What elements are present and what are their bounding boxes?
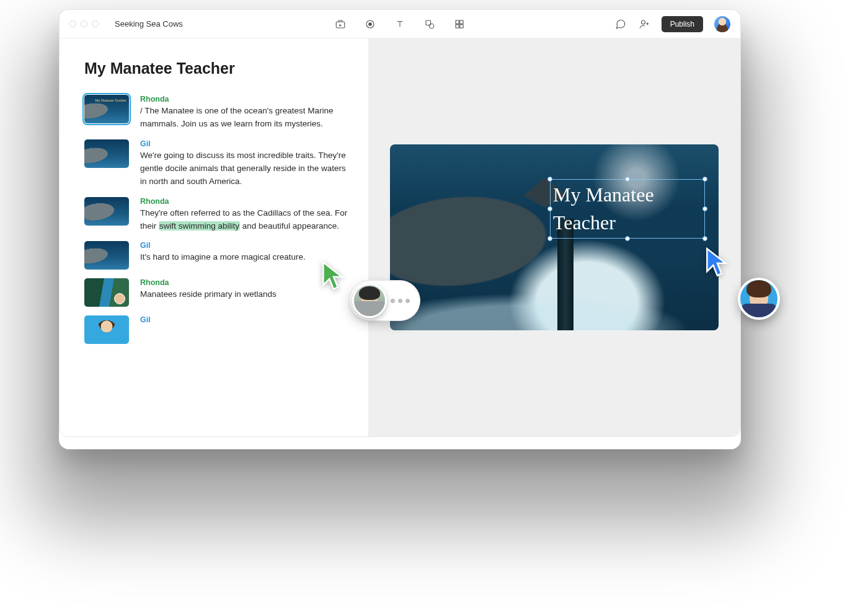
svg-rect-7: [456, 24, 459, 27]
typing-indicator-icon: [391, 299, 412, 303]
script-pane: My Manatee Teacher My Manatee Teacher Rh…: [60, 38, 368, 436]
speaker-label: Rhonda: [140, 278, 350, 287]
traffic-close[interactable]: [69, 20, 76, 27]
svg-point-2: [369, 22, 372, 25]
title-text-box[interactable]: My Manatee Teacher: [550, 179, 705, 239]
shapes-icon[interactable]: [423, 18, 436, 30]
collaborator-pill-green[interactable]: [349, 280, 420, 321]
speaker-label: Gil: [140, 139, 350, 148]
publish-button[interactable]: Publish: [662, 16, 703, 32]
scene-thumbnail[interactable]: [84, 197, 129, 226]
document-title[interactable]: Seeking Sea Cows: [115, 19, 183, 29]
scene-text[interactable]: Gil: [140, 315, 350, 344]
media-library-icon[interactable]: [334, 18, 347, 30]
preview-pane: My Manatee Teacher: [368, 38, 740, 436]
scene-text[interactable]: Rhonda / The Manatee is one of the ocean…: [140, 95, 350, 131]
resize-handle[interactable]: [702, 236, 707, 241]
text-tool-icon[interactable]: [394, 18, 406, 30]
transcript-line[interactable]: Manatees reside primary in wetlands: [140, 288, 350, 301]
scene-thumbnail[interactable]: [84, 139, 129, 168]
transcript-line[interactable]: / The Manatee is one of the ocean's grea…: [140, 105, 350, 131]
scene-thumbnail[interactable]: [84, 278, 129, 307]
scene-text[interactable]: Rhonda They're often referred to as the …: [140, 197, 350, 233]
scene-text[interactable]: Gil It's hard to imagine a more magical …: [140, 241, 350, 270]
speaker-label: Gil: [140, 241, 350, 250]
svg-point-4: [429, 24, 434, 29]
traffic-lights: [69, 20, 99, 27]
transcript-line[interactable]: It's hard to imagine a more magical crea…: [140, 251, 350, 264]
speaker-label: Rhonda: [140, 197, 350, 206]
svg-rect-6: [460, 20, 463, 24]
speaker-label: Gil: [140, 315, 350, 324]
svg-rect-8: [460, 24, 463, 27]
collaborator-avatar-ring: [738, 278, 780, 320]
templates-icon[interactable]: [453, 18, 466, 30]
page-title: My Manatee Teacher: [84, 59, 350, 77]
record-icon[interactable]: [364, 18, 376, 30]
traffic-zoom[interactable]: [92, 20, 99, 27]
scene-row: Gil We're going to discuss its most incr…: [84, 139, 350, 188]
resize-handle[interactable]: [547, 177, 552, 182]
toolbar-center: [334, 18, 466, 30]
scene-thumbnail[interactable]: [84, 241, 129, 270]
comments-icon[interactable]: [614, 18, 627, 30]
highlighted-text[interactable]: swift swimming ability: [159, 221, 240, 231]
app-window: Seeking Sea Cows: [59, 9, 741, 437]
scene-text[interactable]: Rhonda Manatees reside primary in wetlan…: [140, 278, 350, 307]
app-body: My Manatee Teacher My Manatee Teacher Rh…: [60, 38, 740, 436]
collaborator-avatar-green: [352, 283, 387, 318]
transcript-line[interactable]: They're often referred to as the Cadilla…: [140, 207, 350, 233]
scene-text[interactable]: Gil We're going to discuss its most incr…: [140, 139, 350, 188]
scene-row: Gil: [84, 315, 350, 344]
scene-thumbnail[interactable]: My Manatee Teacher: [84, 95, 129, 123]
scene-row: Rhonda They're often referred to as the …: [84, 197, 350, 233]
resize-handle[interactable]: [702, 177, 707, 182]
svg-point-9: [641, 20, 645, 24]
title-text-content[interactable]: My Manatee Teacher: [553, 183, 654, 234]
resize-handle[interactable]: [547, 206, 552, 211]
toolbar-right: Publish: [614, 16, 730, 32]
scene-thumbnail[interactable]: [84, 315, 129, 344]
resize-handle[interactable]: [547, 236, 552, 241]
collaborator-avatar-blue: [740, 280, 777, 317]
resize-handle[interactable]: [702, 206, 707, 211]
scene-row: My Manatee Teacher Rhonda / The Manatee …: [84, 95, 350, 131]
share-icon[interactable]: [638, 18, 650, 30]
resize-handle[interactable]: [625, 177, 630, 182]
resize-handle[interactable]: [625, 236, 630, 241]
user-avatar[interactable]: [714, 16, 730, 32]
titlebar: Seeking Sea Cows: [60, 10, 740, 38]
scene-row: Rhonda Manatees reside primary in wetlan…: [84, 278, 350, 307]
transcript-line[interactable]: We're going to discuss its most incredib…: [140, 149, 350, 188]
svg-rect-5: [456, 20, 459, 24]
thumbnail-title: My Manatee Teacher: [95, 99, 126, 103]
preview-canvas[interactable]: My Manatee Teacher: [390, 144, 719, 330]
traffic-minimize[interactable]: [81, 20, 87, 27]
transcript-fragment: and beautiful appearance.: [240, 221, 339, 231]
speaker-label: Rhonda: [140, 95, 350, 103]
collaborator-avatar-blue-wrap[interactable]: [738, 278, 780, 320]
scene-row: Gil It's hard to imagine a more magical …: [84, 241, 350, 270]
